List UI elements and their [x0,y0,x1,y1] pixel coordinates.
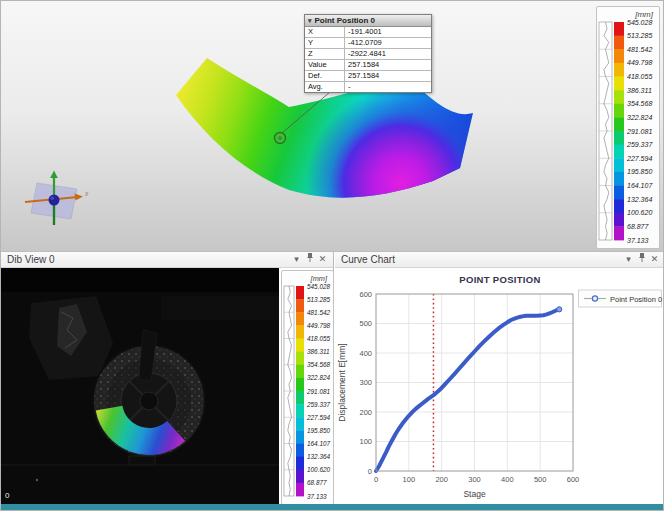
legend-label: Point Position 0 [610,295,662,304]
panel-title: Curve Chart [339,254,622,265]
scale-value: 354.568 [627,100,652,107]
legend[interactable]: Point Position 0 [579,290,663,307]
3d-view-panel[interactable]: x ▾ Point Position 0 X -191.4001 Y -412.… [1,1,663,252]
pin-icon[interactable] [635,252,648,268]
scale-value: 164.107 [627,182,653,189]
scale-value: 164.107 [307,440,331,447]
scale-value: 68.877 [307,479,327,486]
wheel-hub [140,392,158,410]
origin-sphere [49,195,60,206]
scale-segment [296,444,304,458]
tooltip-row-x: X -191.4001 [305,27,431,38]
y-tick-label: 500 [359,319,372,328]
curve-endpoint [557,307,562,312]
scale-segment [614,104,624,118]
y-tick-label: 300 [359,378,372,387]
scale-segment [296,483,304,497]
tooltip-row-value: Value 257.1584 [305,60,431,71]
scale-value: 37.133 [307,493,327,500]
scale-segment [614,77,624,91]
tooltip-title: Point Position 0 [315,16,375,25]
scale-value: 386.311 [627,87,652,94]
curve-chart-header[interactable]: Curve Chart ▾ ✕ [335,252,664,268]
chevron-down-icon[interactable]: ▾ [622,252,635,267]
camera-image[interactable] [1,268,279,506]
scale-segment [296,470,304,484]
scale-value: 291.081 [306,388,331,395]
scale-segment [296,430,304,444]
scale-value: 132.364 [307,453,331,460]
application-window: x ▾ Point Position 0 X -191.4001 Y -412.… [0,0,664,511]
scale-value: 291.081 [626,128,652,135]
tooltip-row-z: Z -2922.4841 [305,49,431,60]
scale-segment [614,213,624,227]
measure-point-marker[interactable] [275,133,286,144]
scale-value: 322.824 [627,114,652,121]
scale-segment [296,352,304,366]
scale-value: 195.850 [307,427,331,434]
scale-value: 513.285 [307,296,331,303]
x-tick-label: 100 [403,475,416,484]
y-tick-label: 400 [359,349,372,358]
scale-segment [614,158,624,172]
scale-value: 100.620 [307,466,331,473]
scale-segment [614,145,624,159]
y-tick-label: 200 [359,408,372,417]
scale-segment [614,90,624,104]
tooltip-header[interactable]: ▾ Point Position 0 [305,15,431,27]
scale-value: 386.311 [307,348,330,355]
scale-segment [296,391,304,405]
scale-segment [296,378,304,392]
scale-segment [296,457,304,471]
pin-icon[interactable] [303,252,316,268]
scale-segment [296,417,304,431]
scale-segment [296,365,304,379]
scale-value: 227.594 [306,414,331,421]
point-tooltip[interactable]: ▾ Point Position 0 X -191.4001 Y -412.07… [304,14,432,93]
color-scale: [mm]545.028513.285481.542449.798418.0553… [597,7,657,246]
y-axis-title: Displacement E[mm] [337,343,347,421]
scale-segment [296,339,304,353]
scale-value: 322.824 [307,374,331,381]
scale-segment [614,63,624,77]
scale-segment [614,172,624,186]
tooltip-row-def: Def. 257.1584 [305,71,431,82]
scale-value: 259.337 [306,401,331,408]
coordinate-triad[interactable]: x [25,171,89,226]
scale-value: 545.028 [307,283,331,290]
chevron-down-icon[interactable]: ▾ [308,17,312,25]
scale-value: 132.364 [627,196,652,203]
x-tick-label: 600 [567,475,580,484]
scale-segment [614,199,624,213]
color-scale-3d[interactable]: [mm]545.028513.285481.542449.798418.0553… [596,6,660,249]
scale-value: 481.542 [627,46,652,53]
x-tick-label: 200 [435,475,448,484]
scale-value: 449.798 [627,59,652,66]
close-icon[interactable]: ✕ [648,252,661,267]
scale-value: 354.568 [307,361,331,368]
chevron-down-icon[interactable]: ▾ [290,252,303,267]
legend-marker [592,296,597,301]
scale-value: 227.594 [626,155,652,162]
scale-segment [614,226,624,240]
dib-view-header[interactable]: Dib View 0 ▾ ✕ [1,252,333,268]
scale-value: 545.028 [627,19,652,26]
y-tick-label: 0 [368,467,372,476]
x-tick-label: 300 [468,475,481,484]
close-icon[interactable]: ✕ [316,252,329,267]
scale-value: 195.850 [627,168,652,175]
scale-value: 68.877 [627,223,650,230]
camera-image-view[interactable]: 0 [mm]545.028513.285481.542449.798418.05… [1,268,333,506]
scale-segment [614,36,624,50]
y-tick-label: 600 [359,290,372,299]
displacement-chart[interactable]: 01002003004005006000100200300400500600St… [335,268,664,506]
scale-value: 481.542 [307,309,331,316]
tooltip-row-y: Y -412.0709 [305,38,431,49]
color-scale: [mm]545.028513.285481.542449.798418.0553… [282,271,331,502]
scale-segment [296,404,304,418]
scale-value: 449.798 [307,322,331,329]
scale-value: 37.133 [627,237,649,244]
color-scale-dib[interactable]: [mm]545.028513.285481.542449.798418.0553… [281,270,334,505]
scale-value: 259.337 [626,141,653,148]
window-bottom-accent [1,504,664,511]
